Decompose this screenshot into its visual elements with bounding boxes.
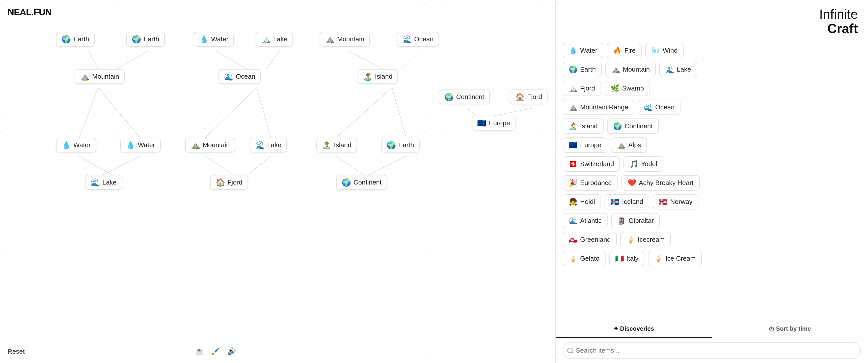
sidebar-item-0-2[interactable]: 🌬️Wind [645,43,684,58]
sidebar-item-label: Atlantic [580,217,601,225]
connection-lines [0,0,555,363]
craft-canvas[interactable]: NEAL.FUN ☕ 🖌️ 🔊 Reset 🌍Earth🌍Earth💧Water… [0,0,555,363]
card-label: Fjord [527,93,542,101]
craft-card-c8[interactable]: 🌊Ocean [218,69,261,84]
card-label: Water [73,141,91,149]
sidebar-item-label: Eurodance [580,179,612,187]
sidebar-item-emoji: 🔥 [613,46,622,55]
sidebar-item-emoji: 🌍 [569,65,578,74]
sidebar-item-10-0[interactable]: 🇬🇱Greenland [563,232,617,247]
sidebar-item-emoji: ⛰️ [611,65,620,74]
sidebar-item-label: Italy [626,255,639,262]
svg-line-3 [266,51,280,69]
tab-discoveries[interactable]: ✦ Discoveries [556,320,712,338]
card-label: Continent [456,93,484,101]
craft-card-c10[interactable]: 🌍Continent [439,90,490,104]
svg-line-13 [495,108,532,116]
sidebar-item-4-0[interactable]: 🏝️Island [563,119,603,134]
sidebar-item-emoji: 🍦 [569,254,578,263]
craft-card-c16[interactable]: 🏝️Island [316,138,357,153]
sidebar-item-10-1[interactable]: 🍦Icecream [620,232,671,247]
card-label: Ocean [236,73,255,80]
sidebar-item-label: Heidi [580,198,595,206]
craft-card-c9[interactable]: 🏝️Island [358,69,398,84]
tab-sort[interactable]: ◷ Sort by time [712,320,868,338]
sidebar-item-emoji: 🎵 [629,160,639,168]
sidebar-row-7: 🎉Eurodance❤️Achy Breaky Heart [563,175,861,191]
craft-card-c5[interactable]: ⛰️Mountain [320,32,370,46]
sidebar-item-7-0[interactable]: 🎉Eurodance [563,175,618,191]
sidebar-row-9: 🌊Atlantic🗿Gibraltar [563,213,861,228]
svg-line-12 [467,108,476,116]
card-emoji: 🌍 [342,178,351,187]
sidebar-item-2-0[interactable]: 🏔️Fjord [563,81,601,96]
brush-icon[interactable]: 🖌️ [210,345,221,357]
sidebar-item-8-2[interactable]: 🇳🇴Norway [653,194,699,209]
sidebar-item-2-1[interactable]: 🌿Swamp [604,81,650,96]
craft-card-c17[interactable]: 🌍Earth [381,138,420,153]
sidebar-row-0: 💧Water🔥Fire🌬️Wind [563,43,861,58]
toolbar: ☕ 🖌️ 🔊 [194,345,237,357]
coffee-icon[interactable]: ☕ [194,345,205,357]
craft-card-c19[interactable]: 🏠Fjord [210,175,248,190]
sidebar-item-9-1[interactable]: 🗿Gibraltar [611,213,660,228]
sidebar-item-7-1[interactable]: ❤️Achy Breaky Heart [621,175,700,191]
sidebar-item-3-1[interactable]: 🌊Ocean [638,100,681,115]
search-icon [567,347,574,354]
card-label: Earth [144,35,159,43]
sidebar-item-9-0[interactable]: 🌊Atlantic [563,213,608,228]
craft-card-c21[interactable]: 🇪🇺Europe [472,116,516,131]
sidebar-item-1-0[interactable]: 🌍Earth [563,62,602,77]
craft-card-c12[interactable]: 💧Water [56,138,96,153]
sidebar-item-emoji: 🇮🇹 [615,254,624,263]
sidebar-item-5-0[interactable]: 🇪🇺Europe [563,137,607,153]
craft-card-c15[interactable]: 🌊Lake [250,138,287,153]
craft-card-c11[interactable]: 🏠Fjord [510,90,548,104]
craft-card-c3[interactable]: 💧Water [194,32,234,46]
sidebar-item-emoji: ❤️ [627,179,637,187]
sidebar-item-label: Swamp [622,85,644,92]
sidebar-item-label: Greenland [580,236,611,243]
sidebar-item-4-1[interactable]: 🌍Continent [607,119,658,134]
svg-line-2 [215,51,248,69]
sidebar-item-11-2[interactable]: 🍦Ice Cream [648,251,702,266]
logo: NEAL.FUN [7,7,52,18]
sidebar-row-6: 🇨🇭Switzerland🎵Yodel [563,156,861,172]
sidebar-item-label: Ocean [655,103,675,111]
card-emoji: 🌍 [62,35,71,44]
sidebar-item-6-1[interactable]: 🎵Yodel [623,156,663,172]
sidebar-item-label: Wind [662,46,678,55]
card-emoji: 🇪🇺 [477,119,487,128]
sidebar-row-8: 👧Heidi🇮🇸Iceland🇳🇴Norway [563,194,861,209]
craft-card-c14[interactable]: ⛰️Mountain [185,138,235,153]
sidebar-item-5-1[interactable]: ⛰️Alps [611,137,647,153]
craft-card-c4[interactable]: 🏔️Lake [256,32,293,46]
reset-button[interactable]: Reset [7,348,25,356]
search-input[interactable] [563,342,861,359]
sidebar-item-0-0[interactable]: 💧Water [563,43,603,58]
sidebar-item-11-1[interactable]: 🇮🇹Italy [609,251,645,266]
craft-card-c6[interactable]: 🌊Ocean [397,32,439,46]
sidebar-item-emoji: 💧 [569,46,578,55]
sidebar-item-label: Europe [580,141,601,149]
craft-card-c1[interactable]: 🌍Earth [56,32,95,46]
sidebar-item-1-2[interactable]: 🌊Lake [659,62,697,77]
sidebar-item-8-1[interactable]: 🇮🇸Iceland [604,194,649,209]
craft-card-c7[interactable]: ⛰️Mountain [75,69,125,84]
sidebar-item-0-1[interactable]: 🔥Fire [607,43,642,58]
card-emoji: 🌍 [132,35,141,44]
craft-card-c2[interactable]: 🌍Earth [126,32,165,46]
craft-card-c13[interactable]: 💧Water [120,138,160,153]
sidebar-item-emoji: 🌍 [613,122,622,130]
craft-card-c20[interactable]: 🌍Continent [336,175,387,190]
sidebar-item-11-0[interactable]: 🍦Gelato [563,251,606,266]
sound-icon[interactable]: 🔊 [226,345,237,357]
sidebar-item-1-1[interactable]: ⛰️Mountain [605,62,656,77]
sidebar-item-6-0[interactable]: 🇨🇭Switzerland [563,156,620,172]
card-label: Fjord [227,178,243,186]
sidebar-item-3-0[interactable]: ⛰️Mountain Range [563,100,634,115]
card-emoji: 🏠 [216,178,225,187]
sidebar-item-8-0[interactable]: 👧Heidi [563,194,601,209]
craft-card-c18[interactable]: 🌊Lake [85,175,122,190]
card-label: Water [138,141,155,149]
